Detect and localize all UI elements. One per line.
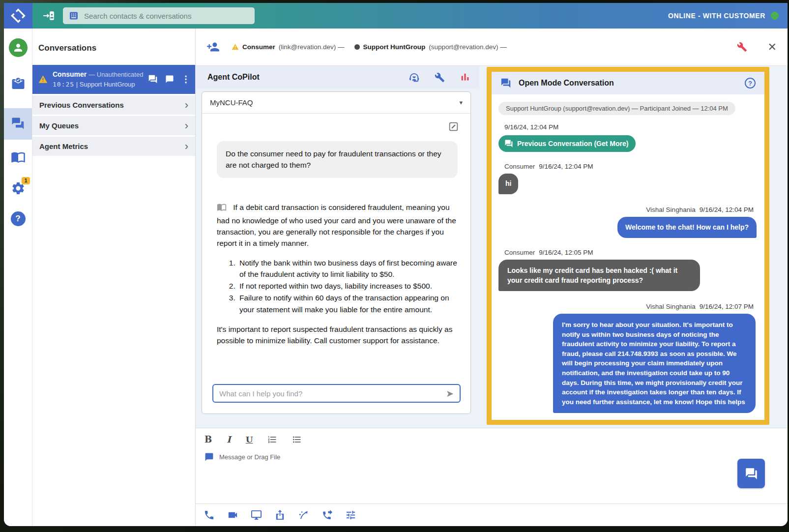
open-mode-title: Open Mode Conversation — [519, 79, 614, 88]
message-author-time: Consumer9/16/24, 12:04 PM — [504, 163, 757, 170]
knowledge-book-icon[interactable] — [11, 149, 26, 164]
chat-timestamp: 9/16/24, 12:04 PM — [504, 123, 757, 131]
kebab-menu-icon[interactable]: ⋮ — [181, 75, 190, 84]
chevron-right-icon: › — [185, 143, 188, 150]
conversation-item-selected[interactable]: Consumer — Unauthenticated 10:25 | Suppo… — [32, 65, 195, 94]
call-transfer-button[interactable] — [321, 509, 333, 521]
copilot-question-bubble: Do the consumer need to pay for fraudule… — [217, 141, 458, 178]
help-icon[interactable]: ? — [11, 211, 26, 226]
ai-transfer-button[interactable] — [298, 509, 309, 521]
compose-edit-icon[interactable] — [448, 121, 459, 135]
conversation-status: — Unauthenticated — [88, 71, 143, 78]
forum-icon — [500, 78, 511, 89]
warning-icon — [232, 43, 239, 51]
add-participant-icon[interactable] — [206, 40, 220, 54]
user-avatar[interactable] — [9, 38, 28, 57]
message-input-area[interactable]: Message or Drag File — [196, 444, 788, 462]
analytics-chart-icon[interactable] — [460, 72, 470, 83]
forum-icon[interactable] — [148, 74, 158, 84]
copilot-tools-wrench-icon[interactable] — [435, 72, 445, 83]
presence-dot-icon — [354, 44, 360, 50]
nav-item-settings[interactable]: 1 — [11, 181, 26, 196]
sidebar-item-agent-metrics[interactable]: Agent Metrics › — [32, 137, 195, 156]
send-chat-button[interactable] — [737, 459, 765, 488]
file-share-button[interactable] — [274, 509, 286, 521]
app-window: ONLINE - WITH CUSTOMER — [4, 3, 788, 526]
bullet-list-button[interactable] — [292, 435, 302, 444]
compose-area: B I U Message or Drag File — [196, 428, 788, 526]
copilot-answer-item: If not reported within two days, liabili… — [237, 280, 458, 292]
participant-detail: (support@revation.dev) — — [429, 43, 507, 51]
chat-transcript: Support HuntGroup (support@revation.dev)… — [492, 94, 764, 420]
copilot-answer-list: Notify the bank within two business days… — [217, 257, 458, 315]
italic-button[interactable]: I — [227, 434, 231, 444]
copilot-input-row: ➤ — [212, 384, 461, 403]
copilot-answer-intro: If a debit card transaction is considere… — [217, 203, 456, 248]
chevron-down-icon: ▾ — [459, 99, 463, 106]
system-event-pill: Support HuntGroup (support@revation.dev)… — [498, 102, 735, 115]
open-mode-column: Open Mode Conversation ? Support HuntGro… — [479, 66, 788, 428]
inbox-verified-icon[interactable] — [11, 77, 26, 91]
message-time: 9/16/24, 12:04 PM — [700, 206, 754, 213]
ordered-list-button[interactable] — [267, 435, 277, 444]
message-input-placeholder: Message or Drag File — [219, 453, 280, 461]
underline-button[interactable]: U — [246, 435, 253, 444]
conversation-header: Consumer (link@revation.dev) — Support H… — [196, 29, 788, 66]
open-mode-panel: Open Mode Conversation ? Support HuntGro… — [487, 67, 769, 425]
video-call-button[interactable] — [227, 509, 238, 521]
message-row: hi — [498, 174, 757, 194]
message-author-time: Consumer9/16/24, 12:05 PM — [504, 249, 757, 256]
copilot-answer-outro: It's important to report suspected fraud… — [217, 324, 458, 347]
conversations-panel: Conversations Consumer — Unauthenticated… — [32, 29, 196, 526]
sidebar-item-my-queues[interactable]: My Queues › — [32, 116, 195, 135]
sidebar-item-previous-conversations[interactable]: Previous Conversations › — [32, 95, 195, 115]
search-input[interactable] — [84, 12, 249, 20]
settings-sliders-button[interactable] — [345, 509, 356, 521]
presence-status-label: ONLINE - WITH CUSTOMER — [668, 12, 765, 20]
top-bar: ONLINE - WITH CUSTOMER — [4, 3, 788, 29]
agent-bot-icon[interactable] — [409, 72, 420, 83]
call-actions-toolbar — [196, 503, 788, 526]
copilot-conversation: Do the consumer need to pay for fraudule… — [202, 114, 470, 384]
consumer-message-bubble: Looks like my credit card has been hacke… — [498, 260, 700, 292]
open-contact-directory-icon[interactable] — [42, 9, 55, 22]
chevron-right-icon: › — [185, 122, 188, 129]
message-row: I'm sorry to hear about your situation. … — [498, 314, 757, 413]
close-icon[interactable]: ✕ — [768, 42, 777, 53]
chevron-right-icon: › — [185, 102, 188, 109]
copilot-header: Agent CoPilot — [196, 66, 479, 89]
knowledge-base-dropdown[interactable]: MyNCU-FAQ ▾ — [202, 92, 470, 114]
consumer-message-bubble: hi — [498, 174, 518, 194]
nav-rail: 1 ? — [4, 29, 32, 526]
sidebar-item-label: Previous Conversations — [39, 101, 124, 109]
presence-status-dot — [771, 12, 779, 20]
participant-consumer[interactable]: Consumer (link@revation.dev) — — [232, 43, 345, 51]
format-toolbar: B I U — [196, 428, 788, 444]
phone-call-button[interactable] — [204, 509, 215, 521]
copilot-search-input[interactable] — [219, 389, 446, 398]
bold-button[interactable]: B — [205, 434, 212, 444]
conversation-name: Consumer — [53, 70, 87, 78]
copilot-answer: If a debit card transaction is considere… — [217, 202, 458, 347]
chat-icon[interactable] — [165, 75, 174, 84]
participant-huntgroup[interactable]: Support HuntGroup (support@revation.dev)… — [354, 43, 507, 51]
workspace-band: Agent CoPilot — [196, 66, 788, 428]
copilot-title: Agent CoPilot — [207, 73, 260, 82]
knowledge-base-value: MyNCU-FAQ — [210, 98, 253, 107]
nav-item-conversations-selected[interactable] — [4, 108, 32, 140]
message-time: 9/16/24, 12:04 PM — [539, 163, 593, 170]
previous-conversation-button[interactable]: Previous Conversation (Get More) — [498, 135, 636, 152]
presence-status[interactable]: ONLINE - WITH CUSTOMER — [668, 12, 779, 20]
knowledge-source-book-icon — [217, 205, 229, 213]
help-circle-icon[interactable]: ? — [745, 78, 756, 89]
dialpad-icon[interactable] — [69, 11, 79, 21]
copilot-send-icon[interactable]: ➤ — [446, 389, 454, 398]
sidebar-item-label: My Queues — [39, 121, 79, 130]
help-glyph: ? — [15, 214, 20, 224]
chat-icon — [205, 452, 214, 462]
conversation-separator: | — [76, 81, 78, 88]
app-logo — [4, 3, 32, 29]
troubleshoot-wrench-icon[interactable] — [737, 42, 747, 52]
screen-share-button[interactable] — [251, 509, 262, 521]
message-author: Consumer — [504, 249, 535, 256]
